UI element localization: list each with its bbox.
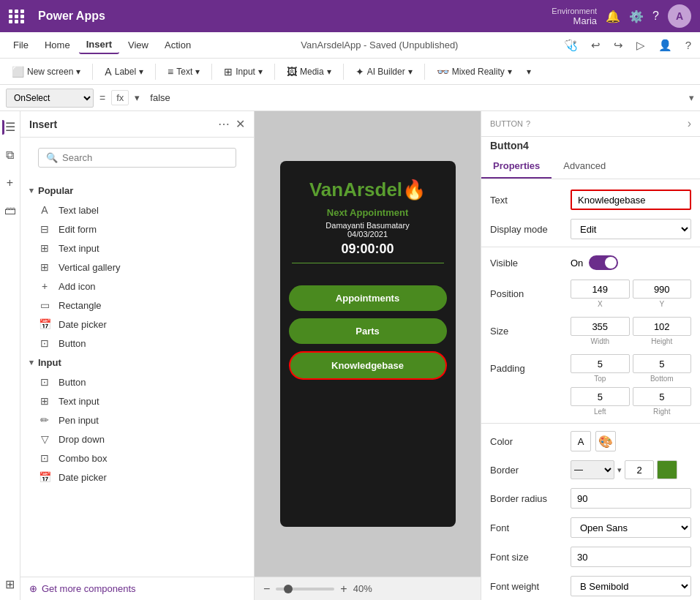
- menu-icon[interactable]: ☰: [2, 117, 18, 137]
- item-date-picker-popular[interactable]: 📅 Date picker: [20, 315, 254, 334]
- border-radius-input[interactable]: [571, 488, 691, 509]
- item-date-picker-input[interactable]: 📅 Date picker: [20, 468, 254, 487]
- canvas-area: VanArsdel🔥 Next Appointment Damayanti Ba…: [255, 111, 481, 600]
- menu-action[interactable]: Action: [157, 37, 198, 53]
- canvas-bottom-bar: − + 40%: [255, 577, 481, 600]
- fx-button[interactable]: fx: [111, 90, 129, 105]
- item-vertical-gallery[interactable]: ⊞ Vertical gallery: [20, 258, 254, 277]
- visible-on-label: On: [571, 258, 583, 269]
- data-icon[interactable]: 🗃: [1, 201, 19, 220]
- zoom-minus-btn[interactable]: −: [263, 582, 270, 596]
- rp-content: Text Display mode Edit Visible O: [481, 179, 700, 600]
- menu-home[interactable]: Home: [37, 37, 78, 53]
- border-color-swatch[interactable]: [657, 460, 677, 479]
- search-box: 🔍: [38, 148, 236, 168]
- label-button[interactable]: A Label ▾: [99, 64, 149, 80]
- menu-insert[interactable]: Insert: [79, 36, 119, 54]
- pos-x-input[interactable]: [571, 280, 630, 299]
- insert-icon[interactable]: +: [4, 173, 16, 192]
- pad-left-label: Left: [594, 408, 606, 416]
- get-more-components[interactable]: ⊕ Get more components: [20, 577, 254, 600]
- env-name: Maria: [552, 15, 597, 26]
- item-pen-input[interactable]: ✏ Pen input: [20, 410, 254, 430]
- item-combo-box[interactable]: ⊡ Combo box: [20, 449, 254, 468]
- size-h-label: Height: [651, 337, 672, 345]
- color-picker-button[interactable]: 🎨: [595, 431, 616, 451]
- help-menu-icon[interactable]: ?: [682, 37, 694, 53]
- help-circle-icon[interactable]: ?: [526, 119, 530, 128]
- ai-builder-button[interactable]: ✦ AI Builder ▾: [350, 64, 418, 80]
- item-text-input-input[interactable]: ⊞ Text input: [20, 391, 254, 410]
- font-select[interactable]: Open Sans: [571, 517, 691, 538]
- input-section-header[interactable]: ▾ Input: [20, 353, 254, 372]
- knowledgebase-btn[interactable]: Knowledgebase: [289, 351, 447, 380]
- zoom-slider[interactable]: [276, 588, 334, 590]
- panel-close-button[interactable]: ✕: [236, 117, 245, 131]
- parts-btn[interactable]: Parts: [289, 318, 447, 344]
- border-style-select[interactable]: —: [571, 460, 614, 479]
- stethoscope-icon[interactable]: 🩺: [561, 37, 581, 53]
- settings-icon[interactable]: ⚙️: [629, 10, 644, 23]
- pad-top-input[interactable]: [571, 354, 630, 373]
- new-screen-chevron: ▾: [76, 67, 80, 77]
- play-icon[interactable]: ▷: [633, 37, 648, 53]
- undo-icon[interactable]: ↩: [588, 37, 603, 53]
- input-button[interactable]: ⊞ Input ▾: [218, 64, 268, 80]
- item-button-popular[interactable]: ⊡ Button: [20, 334, 254, 353]
- appointments-btn[interactable]: Appointments: [289, 285, 447, 311]
- pad-left-input[interactable]: [571, 387, 630, 406]
- visible-toggle-track[interactable]: [589, 255, 618, 270]
- size-row: Size Width Height: [481, 312, 700, 350]
- expand-panel-button[interactable]: ›: [688, 117, 691, 130]
- item-button-input[interactable]: ⊡ Button: [20, 372, 254, 391]
- help-icon[interactable]: ?: [652, 10, 659, 23]
- formula-expand-icon[interactable]: ▾: [689, 92, 694, 103]
- apps-grid-icon[interactable]: [9, 10, 25, 23]
- property-selector[interactable]: OnSelect: [6, 89, 94, 108]
- popular-section-header[interactable]: ▾ Popular: [20, 181, 254, 200]
- pad-right-input[interactable]: [633, 387, 692, 406]
- item-text-label[interactable]: A Text label: [20, 200, 254, 220]
- item-add-icon[interactable]: + Add icon: [20, 277, 254, 296]
- menu-view[interactable]: View: [121, 37, 156, 53]
- new-screen-label: New screen: [27, 67, 73, 77]
- color-a-button[interactable]: A: [571, 431, 591, 451]
- border-width-input[interactable]: [625, 460, 654, 479]
- size-h-input[interactable]: [633, 317, 692, 336]
- search-input[interactable]: [62, 152, 228, 163]
- size-w-input[interactable]: [571, 317, 630, 336]
- new-screen-button[interactable]: ⬜ New screen ▾: [6, 64, 86, 80]
- item-rectangle[interactable]: ▭ Rectangle: [20, 296, 254, 315]
- equals-sign: =: [99, 92, 105, 104]
- layers-icon[interactable]: ⧉: [3, 146, 17, 165]
- font-size-input[interactable]: [571, 547, 691, 567]
- pos-y-input[interactable]: [633, 280, 692, 299]
- formula-input[interactable]: [146, 89, 683, 108]
- item-text-input[interactable]: ⊞ Text input: [20, 239, 254, 258]
- text-value-input[interactable]: [571, 190, 691, 210]
- font-size-row: Font size: [481, 542, 700, 571]
- font-weight-select[interactable]: B Semibold: [571, 576, 691, 596]
- panel-options-button[interactable]: ⋯: [218, 117, 230, 131]
- mixed-reality-button[interactable]: 👓 Mixed Reality ▾: [431, 64, 518, 80]
- menu-file[interactable]: File: [6, 37, 36, 53]
- redo-icon[interactable]: ↪: [611, 37, 626, 53]
- item-drop-down[interactable]: ▽ Drop down: [20, 430, 254, 449]
- tab-properties[interactable]: Properties: [481, 154, 552, 179]
- display-mode-select[interactable]: Edit: [571, 219, 691, 239]
- tab-advanced[interactable]: Advanced: [552, 154, 617, 179]
- text-button[interactable]: ≡ Text ▾: [162, 64, 206, 80]
- mixed-reality-chevron: ▾: [508, 67, 512, 77]
- item-edit-form[interactable]: ⊟ Edit form: [20, 220, 254, 239]
- variables-icon[interactable]: ⊞: [2, 574, 18, 594]
- share-icon[interactable]: 👤: [655, 37, 675, 53]
- input-btn-label: Input: [236, 67, 255, 77]
- media-button[interactable]: 🖼 Media ▾: [281, 64, 337, 80]
- dropdown-icon: ▽: [38, 433, 51, 445]
- notification-icon[interactable]: 🔔: [606, 10, 620, 23]
- pad-bottom-input[interactable]: [633, 354, 692, 373]
- avatar[interactable]: A: [668, 4, 691, 28]
- zoom-plus-btn[interactable]: +: [340, 582, 347, 596]
- canvas-viewport[interactable]: VanArsdel🔥 Next Appointment Damayanti Ba…: [255, 111, 481, 577]
- more-toolbar-button[interactable]: ▾: [521, 64, 537, 79]
